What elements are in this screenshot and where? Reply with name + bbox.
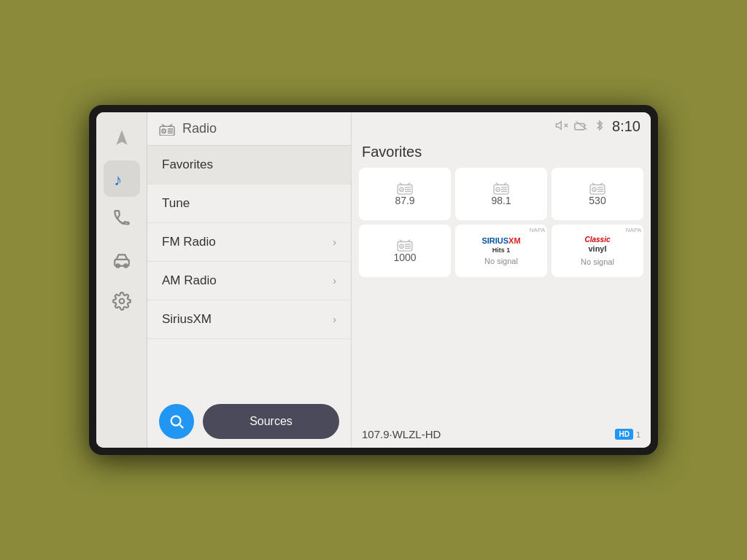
right-panel: 8:10 Favorites (352, 112, 651, 448)
fav-freq: 87.9 (395, 195, 414, 206)
radio-card-icon (397, 182, 413, 195)
sidebar-item-phone[interactable] (104, 201, 140, 238)
sidebar-item-car[interactable] (104, 242, 140, 279)
menu-item-label: Tune (162, 196, 190, 211)
sidebar-item-navigation[interactable] (104, 120, 140, 156)
menu-item-siriusxm[interactable]: SiriusXM › (147, 300, 351, 339)
clock: 8:10 (612, 118, 640, 135)
panel-header: Radio (147, 112, 351, 146)
menu-item-am-radio[interactable]: AM Radio › (147, 262, 351, 300)
siriusxm-logo: SIRIUSXMHits 1 (481, 236, 520, 254)
svg-marker-0 (116, 130, 127, 145)
mute-icon (555, 119, 568, 135)
svg-point-26 (401, 189, 403, 190)
menu-item-favorites[interactable]: Favorites (147, 146, 351, 184)
menu-item-label: Favorites (162, 158, 213, 172)
status-bar: 8:10 (352, 112, 651, 141)
panel-title: Radio (182, 121, 217, 136)
search-button[interactable] (159, 404, 194, 439)
svg-marker-16 (557, 121, 562, 129)
menu-item-label: AM Radio (162, 273, 217, 288)
svg-point-42 (594, 189, 595, 190)
fav-freq: 1000 (393, 252, 416, 263)
no-signal-label: No signal (484, 257, 518, 265)
content-area: Radio Favorites Tune FM Radio › AM (147, 112, 651, 448)
now-playing-station: 107.9·WLZL-HD (362, 428, 441, 440)
favorites-title: Favorites (352, 141, 651, 168)
classic-vinyl-logo: Classic vinyl (584, 236, 610, 254)
bluetooth-icon (595, 119, 605, 135)
favorites-grid: 87.9 98.1 (352, 168, 651, 277)
hd-indicator: HD 1 (615, 429, 640, 440)
menu-item-fm-radio[interactable]: FM Radio › (147, 223, 351, 262)
fav-card-879[interactable]: 87.9 (359, 168, 451, 220)
chevron-icon: › (333, 236, 336, 248)
sidebar-item-settings[interactable] (104, 283, 140, 319)
svg-line-15 (180, 425, 184, 429)
fav-card-530[interactable]: 530 (551, 168, 643, 220)
left-panel: Radio Favorites Tune FM Radio › AM (147, 112, 352, 448)
radio-card-icon (589, 182, 605, 195)
screen: ♪ (96, 112, 651, 448)
fav-card-classic-vinyl[interactable]: NAPA Classic vinyl No signal (551, 225, 643, 277)
status-icons (555, 119, 605, 135)
radio-card-icon (493, 182, 509, 195)
fav-card-1000[interactable]: 1000 (359, 225, 451, 277)
svg-point-5 (119, 299, 124, 304)
now-playing-bar: 107.9·WLZL-HD HD 1 (352, 421, 651, 448)
menu-item-label: FM Radio (162, 235, 216, 249)
sidebar: ♪ (96, 112, 147, 448)
fav-badge: NAPA (626, 227, 641, 233)
fav-badge: NAPA (530, 227, 545, 233)
screen-bezel: ♪ (89, 105, 658, 455)
fav-freq: 530 (589, 195, 605, 206)
chevron-icon: › (333, 275, 336, 287)
no-signal-icon (574, 119, 589, 135)
fav-card-siriusxm[interactable]: NAPA SIRIUSXMHits 1 No signal (455, 225, 547, 277)
menu-list: Favorites Tune FM Radio › AM Radio › Sir (147, 146, 351, 395)
fav-card-981[interactable]: 98.1 (455, 168, 547, 220)
menu-item-label: SiriusXM (162, 312, 212, 327)
svg-point-34 (498, 189, 499, 190)
menu-item-tune[interactable]: Tune (147, 184, 351, 223)
hd-number: 1 (636, 430, 640, 439)
sources-button[interactable]: Sources (203, 404, 339, 439)
radio-icon (159, 122, 175, 136)
bottom-bar: Sources (147, 395, 351, 448)
fav-freq: 98.1 (491, 195, 511, 206)
radio-card-icon (397, 238, 413, 252)
svg-point-50 (401, 246, 403, 247)
svg-text:♪: ♪ (114, 171, 122, 188)
hd-badge: HD (615, 429, 632, 440)
svg-point-14 (171, 416, 181, 426)
svg-point-10 (163, 130, 165, 131)
chevron-icon: › (333, 314, 336, 325)
sidebar-item-music[interactable]: ♪ (104, 160, 140, 197)
no-signal-label: No signal (581, 257, 614, 266)
